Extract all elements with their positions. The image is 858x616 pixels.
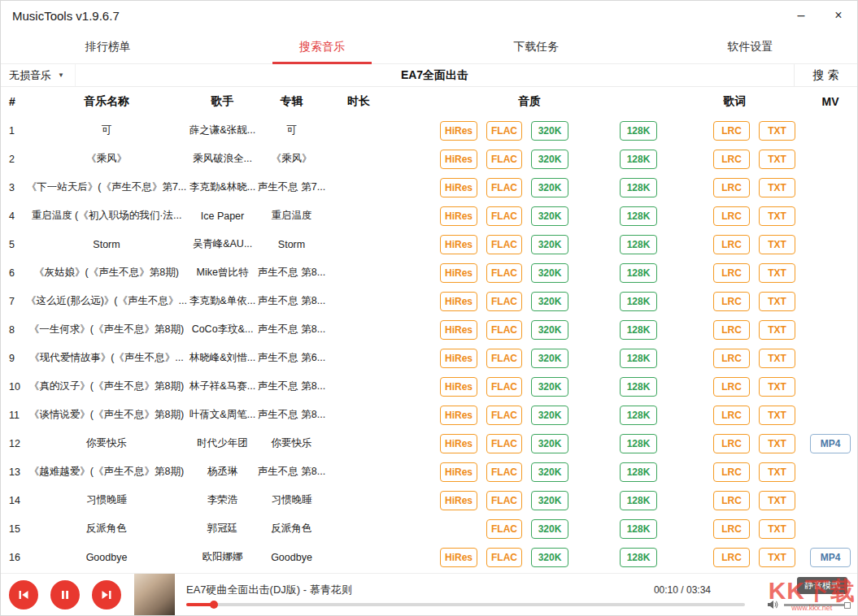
txt-button[interactable]: TXT	[759, 206, 795, 226]
lrc-button[interactable]: LRC	[713, 377, 750, 397]
table-row[interactable]: 14习惯晚睡李荣浩习惯晚睡HiResFLAC320K128KLRCTXT	[1, 486, 857, 514]
txt-button[interactable]: TXT	[759, 292, 795, 311]
flac-button[interactable]: FLAC	[486, 206, 522, 226]
music-type-dropdown[interactable]: 无损音乐 ▼	[1, 64, 76, 86]
128k-button[interactable]: 128K	[620, 548, 657, 567]
lrc-button[interactable]: LRC	[713, 462, 750, 482]
lrc-button[interactable]: LRC	[713, 434, 750, 453]
table-row[interactable]: 15反派角色郭冠廷反派角色FLAC320K128KLRCTXT	[1, 514, 857, 543]
lrc-button[interactable]: LRC	[713, 406, 750, 425]
txt-button[interactable]: TXT	[759, 320, 795, 340]
volume-handle[interactable]	[844, 602, 851, 609]
table-row[interactable]: 16Goodbye欧阳娜娜GoodbyeHiResFLAC320K128KLRC…	[1, 543, 857, 571]
hires-button[interactable]: HiRes	[440, 292, 477, 311]
table-row[interactable]: 12你要快乐时代少年团你要快乐HiResFLAC320K128KLRCTXTMP…	[1, 429, 857, 458]
flac-button[interactable]: FLAC	[486, 150, 522, 169]
lrc-button[interactable]: LRC	[713, 292, 750, 311]
search-input[interactable]	[76, 64, 794, 86]
txt-button[interactable]: TXT	[759, 462, 795, 482]
txt-button[interactable]: TXT	[759, 150, 795, 169]
tab-search-music[interactable]: 搜索音乐	[215, 30, 429, 63]
lrc-button[interactable]: LRC	[713, 548, 750, 567]
flac-button[interactable]: FLAC	[486, 491, 522, 510]
320k-button[interactable]: 320K	[531, 462, 568, 482]
minimize-button[interactable]: –	[782, 1, 820, 30]
flac-button[interactable]: FLAC	[486, 377, 522, 397]
128k-button[interactable]: 128K	[620, 462, 657, 482]
table-row[interactable]: 6《灰姑娘》(《声生不息》第8期)Mike曾比特声生不息 第8...HiResF…	[1, 258, 857, 287]
hires-button[interactable]: HiRes	[440, 462, 477, 482]
320k-button[interactable]: 320K	[531, 406, 568, 425]
lrc-button[interactable]: LRC	[713, 263, 750, 283]
txt-button[interactable]: TXT	[759, 548, 795, 567]
tab-settings[interactable]: 软件设置	[643, 30, 857, 63]
hires-button[interactable]: HiRes	[440, 150, 477, 169]
txt-button[interactable]: TXT	[759, 263, 795, 283]
txt-button[interactable]: TXT	[759, 121, 795, 141]
flac-button[interactable]: FLAC	[486, 235, 522, 254]
tab-download-tasks[interactable]: 下载任务	[429, 30, 643, 63]
flac-button[interactable]: FLAC	[486, 406, 522, 425]
320k-button[interactable]: 320K	[531, 377, 568, 397]
flac-button[interactable]: FLAC	[486, 349, 522, 368]
flac-button[interactable]: FLAC	[486, 263, 522, 283]
320k-button[interactable]: 320K	[531, 548, 568, 567]
flac-button[interactable]: FLAC	[486, 178, 522, 197]
128k-button[interactable]: 128K	[620, 150, 657, 169]
320k-button[interactable]: 320K	[531, 150, 568, 169]
txt-button[interactable]: TXT	[759, 178, 795, 197]
txt-button[interactable]: TXT	[759, 235, 795, 254]
128k-button[interactable]: 128K	[620, 121, 657, 141]
search-button[interactable]: 搜 索	[794, 64, 857, 86]
128k-button[interactable]: 128K	[620, 292, 657, 311]
mute-mode-badge[interactable]: 静音模式	[797, 577, 847, 594]
txt-button[interactable]: TXT	[759, 491, 795, 510]
lrc-button[interactable]: LRC	[713, 150, 750, 169]
table-row[interactable]: 11《谈情说爱》(《声生不息》第8期)叶蒨文&周笔...声生不息 第8...Hi…	[1, 401, 857, 429]
320k-button[interactable]: 320K	[531, 491, 568, 510]
txt-button[interactable]: TXT	[759, 377, 795, 397]
table-row[interactable]: 9《现代爱情故事》(《声生不息》...林晓峰&刘惜...声生不息 第6...Hi…	[1, 344, 857, 372]
hires-button[interactable]: HiRes	[440, 406, 477, 425]
hires-button[interactable]: HiRes	[440, 235, 477, 254]
txt-button[interactable]: TXT	[759, 349, 795, 368]
progress-handle[interactable]	[210, 601, 218, 609]
close-button[interactable]: ×	[820, 1, 857, 30]
flac-button[interactable]: FLAC	[486, 434, 522, 453]
lrc-button[interactable]: LRC	[713, 349, 750, 368]
flac-button[interactable]: FLAC	[486, 548, 522, 567]
table-row[interactable]: 8《一生何求》(《声生不息》第8期)CoCo李玟&...声生不息 第8...Hi…	[1, 315, 857, 344]
volume-slider[interactable]	[784, 604, 847, 606]
hires-button[interactable]: HiRes	[440, 320, 477, 340]
hires-button[interactable]: HiRes	[440, 377, 477, 397]
320k-button[interactable]: 320K	[531, 206, 568, 226]
320k-button[interactable]: 320K	[531, 121, 568, 141]
next-track-button[interactable]	[92, 580, 121, 609]
lrc-button[interactable]: LRC	[713, 206, 750, 226]
320k-button[interactable]: 320K	[531, 263, 568, 283]
320k-button[interactable]: 320K	[531, 235, 568, 254]
128k-button[interactable]: 128K	[620, 519, 657, 539]
flac-button[interactable]: FLAC	[486, 519, 522, 539]
table-row[interactable]: 7《这么近(那么远)》(《声生不息》...李克勤&单依...声生不息 第8...…	[1, 287, 857, 315]
flac-button[interactable]: FLAC	[486, 121, 522, 141]
pause-button[interactable]	[50, 580, 80, 609]
mp4-button[interactable]: MP4	[810, 548, 851, 567]
table-row[interactable]: 13《越难越爱》(《声生不息》第8期)杨丞琳声生不息 第8...HiResFLA…	[1, 458, 857, 486]
lrc-button[interactable]: LRC	[713, 320, 750, 340]
tab-rankings[interactable]: 排行榜单	[1, 30, 215, 63]
320k-button[interactable]: 320K	[531, 320, 568, 340]
128k-button[interactable]: 128K	[620, 377, 657, 397]
320k-button[interactable]: 320K	[531, 519, 568, 539]
hires-button[interactable]: HiRes	[440, 263, 477, 283]
txt-button[interactable]: TXT	[759, 434, 795, 453]
table-row[interactable]: 3《下一站天后》(《声生不息》第7...李克勤&林晓...声生不息 第7...H…	[1, 173, 857, 202]
320k-button[interactable]: 320K	[531, 349, 568, 368]
320k-button[interactable]: 320K	[531, 434, 568, 453]
speaker-icon[interactable]	[768, 598, 779, 613]
128k-button[interactable]: 128K	[620, 178, 657, 197]
hires-button[interactable]: HiRes	[440, 349, 477, 368]
128k-button[interactable]: 128K	[620, 349, 657, 368]
lrc-button[interactable]: LRC	[713, 519, 750, 539]
txt-button[interactable]: TXT	[759, 519, 795, 539]
